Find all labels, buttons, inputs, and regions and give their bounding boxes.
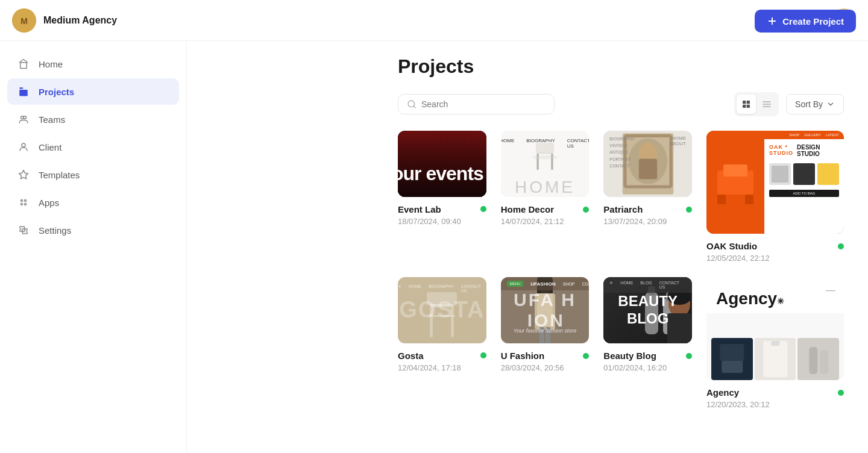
project-info-u-fashion: U Fashion 28/03/2024, 20:56 xyxy=(501,351,590,372)
projects-grid: our events Event Lab 18/07/2024, 09:40 H… xyxy=(398,131,844,409)
svg-rect-18 xyxy=(743,101,746,104)
project-card-beauty-blog[interactable]: ✳HOMEBLOGCONTACT US xyxy=(603,277,692,409)
project-thumbnail-event-lab: our events xyxy=(398,131,486,197)
sidebar-label-teams: Teams xyxy=(39,114,65,125)
svg-point-11 xyxy=(21,204,23,205)
svg-rect-38 xyxy=(745,195,753,204)
project-thumbnail-oak-studio: SHOPGALLERYLATEST OAK * STUDIO DESIGNSTU… xyxy=(706,131,844,234)
svg-rect-2 xyxy=(20,63,27,69)
sidebar-item-teams[interactable]: Teams xyxy=(7,106,179,133)
sort-button[interactable]: Sort By xyxy=(786,94,844,114)
project-thumbnail-u-fashion: MENU UFASHION SHOPCOLLECTIONINSTAGRAM xyxy=(501,277,590,343)
project-thumbnail-patriarch: BIOGRAPHYVINTAGEANTIQUEPORTRAITCONTACT H… xyxy=(603,131,692,197)
project-thumbnail-gosta: ✳HOMEBIOGRAPHYCONTACT US GOSTA xyxy=(398,277,486,343)
home-icon xyxy=(17,57,30,70)
svg-text:M: M xyxy=(20,16,28,26)
status-badge-patriarch xyxy=(686,207,692,213)
view-toggle xyxy=(734,92,779,116)
sidebar-item-client[interactable]: Client xyxy=(7,134,179,160)
project-info-oak-studio: OAK Studio 12/05/2024, 22:12 xyxy=(706,241,844,263)
apps-icon xyxy=(17,196,30,209)
sidebar-item-home[interactable]: Home xyxy=(7,51,179,77)
chevron-down-icon xyxy=(826,100,835,108)
sidebar-label-settings: Settings xyxy=(39,225,71,236)
grid-view-button[interactable] xyxy=(737,95,756,114)
sidebar-nav: Home Projects Teams xyxy=(0,41,186,253)
project-card-agency[interactable]: — Agency✳ xyxy=(706,277,844,409)
project-card-u-fashion[interactable]: MENU UFASHION SHOPCOLLECTIONINSTAGRAM xyxy=(501,277,590,409)
svg-rect-34 xyxy=(638,159,656,180)
workspace-avatar[interactable]: M xyxy=(12,8,36,33)
project-info-beauty-blog: Beauty Blog 01/02/2024, 16:20 xyxy=(603,351,692,372)
svg-point-29 xyxy=(533,155,558,160)
svg-point-6 xyxy=(24,116,27,119)
sidebar-item-projects[interactable]: Projects xyxy=(7,78,179,105)
status-badge-gosta xyxy=(480,352,486,358)
search-icon xyxy=(407,99,417,109)
svg-marker-8 xyxy=(19,170,28,179)
teams-icon xyxy=(17,113,30,126)
sidebar-label-home: Home xyxy=(39,59,63,69)
sidebar-item-templates[interactable]: Templates xyxy=(7,161,179,188)
svg-line-17 xyxy=(414,106,415,108)
status-badge-beauty-blog xyxy=(686,353,692,359)
client-icon xyxy=(17,140,30,154)
project-card-patriarch[interactable]: BIOGRAPHYVINTAGEANTIQUEPORTRAITCONTACT H… xyxy=(603,131,692,263)
search-box[interactable] xyxy=(398,94,555,114)
toolbar: Sort By xyxy=(398,92,844,116)
project-card-oak-studio[interactable]: SHOPGALLERYLATEST OAK * STUDIO DESIGNSTU… xyxy=(706,131,844,263)
grid-icon xyxy=(741,99,751,109)
svg-point-13 xyxy=(22,229,25,232)
project-info-agency: Agency 12/20/2023, 20:12 xyxy=(706,387,844,409)
sidebar: Home Projects Teams xyxy=(0,0,187,453)
project-card-gosta[interactable]: ✳HOMEBIOGRAPHYCONTACT US GOSTA Gosta xyxy=(398,277,486,409)
svg-rect-63 xyxy=(820,350,829,374)
project-card-event-lab[interactable]: our events Event Lab 18/07/2024, 09:40 xyxy=(398,131,486,263)
sidebar-label-client: Client xyxy=(39,142,61,152)
toolbar-right: Sort By xyxy=(734,92,844,116)
create-project-button[interactable]: Create Project xyxy=(755,10,856,33)
project-info-home-decor: Home Decor 14/07/2024, 21:12 xyxy=(501,204,590,226)
svg-point-9 xyxy=(21,200,23,202)
project-info-gosta: Gosta 12/04/2024, 17:18 xyxy=(398,351,486,372)
status-badge-event-lab xyxy=(480,206,486,212)
project-info-event-lab: Event Lab 18/07/2024, 09:40 xyxy=(398,204,486,226)
search-input[interactable] xyxy=(421,99,546,109)
svg-point-7 xyxy=(22,143,25,147)
status-badge-u-fashion xyxy=(583,353,589,359)
sidebar-item-apps[interactable]: Apps xyxy=(7,189,179,216)
svg-rect-19 xyxy=(747,101,750,104)
project-thumbnail-beauty-blog: ✳HOMEBLOGCONTACT US xyxy=(603,277,692,343)
svg-rect-58 xyxy=(720,344,744,361)
svg-rect-3 xyxy=(19,87,23,89)
plus-icon xyxy=(767,16,778,27)
projects-icon xyxy=(17,85,30,98)
list-icon xyxy=(762,99,772,109)
project-card-home-decor[interactable]: HOMEBIOGRAPHYCONTACT US HOME Home Decor xyxy=(501,131,590,263)
page-title: Projects xyxy=(398,55,844,78)
svg-rect-20 xyxy=(743,105,746,108)
workspace-name: Medium Agency xyxy=(43,15,117,26)
sidebar-label-apps: Apps xyxy=(39,198,59,208)
status-badge-home-decor xyxy=(583,207,589,213)
svg-rect-61 xyxy=(771,341,779,346)
project-thumbnail-agency: — Agency✳ xyxy=(706,277,844,380)
svg-rect-21 xyxy=(747,105,750,108)
svg-point-10 xyxy=(25,200,27,202)
svg-point-12 xyxy=(25,204,27,205)
project-thumbnail-home-decor: HOMEBIOGRAPHYCONTACT US HOME xyxy=(501,131,590,197)
sidebar-label-templates: Templates xyxy=(39,170,80,180)
list-view-button[interactable] xyxy=(757,95,776,114)
svg-rect-37 xyxy=(717,195,726,204)
status-badge-oak-studio xyxy=(838,243,844,249)
topbar-left: M Medium Agency xyxy=(12,8,117,33)
status-badge-agency xyxy=(838,390,844,396)
project-info-patriarch: Patriarch 13/07/2024, 20:09 xyxy=(603,204,692,226)
sidebar-item-settings[interactable]: Settings xyxy=(7,217,179,243)
svg-rect-36 xyxy=(723,164,747,177)
templates-icon xyxy=(17,168,30,181)
svg-rect-59 xyxy=(722,361,743,373)
settings-icon xyxy=(17,223,30,237)
svg-rect-4 xyxy=(19,90,28,96)
svg-rect-60 xyxy=(763,341,787,377)
